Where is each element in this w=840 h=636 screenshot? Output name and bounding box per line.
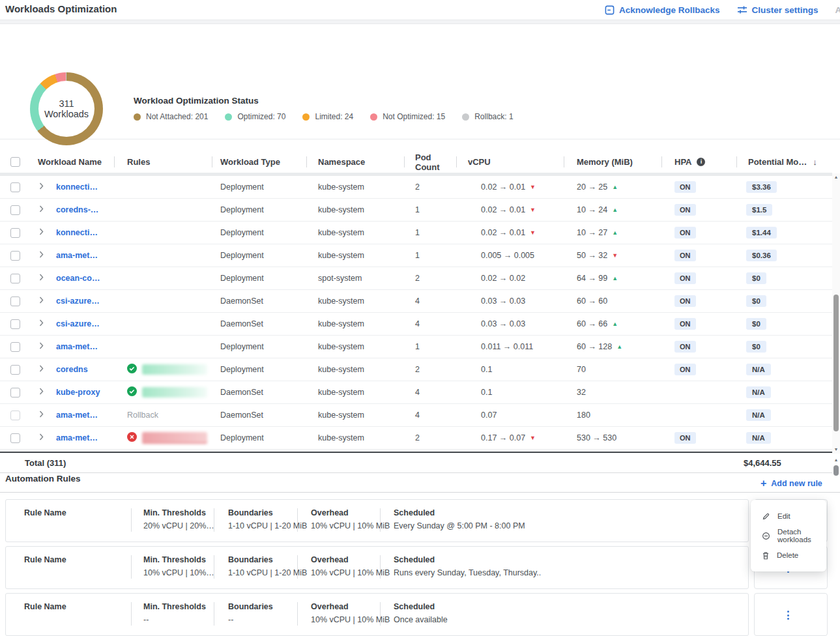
expand-chevron-icon[interactable] bbox=[39, 182, 44, 192]
legend-item: Not Attached: 201 bbox=[134, 112, 208, 121]
workload-name-link[interactable]: ama-met… bbox=[56, 433, 98, 442]
hpa-cell: ON bbox=[661, 427, 736, 449]
hpa-cell: ON bbox=[661, 267, 736, 289]
menu-item-label: Delete bbox=[777, 551, 798, 559]
kebab-menu-icon[interactable] bbox=[785, 608, 792, 622]
actions-button[interactable]: Action bbox=[835, 5, 840, 15]
potential-cell: $0 bbox=[736, 267, 832, 289]
cluster-settings-button[interactable]: Cluster settings bbox=[737, 5, 818, 15]
row-checkbox[interactable] bbox=[10, 433, 20, 443]
menu-item-edit[interactable]: Edit bbox=[751, 506, 826, 526]
rule-status bbox=[127, 432, 207, 444]
rule-field-value: Every Sunday @ 5:00 PM - 8:00 PM bbox=[394, 521, 525, 530]
row-checkbox[interactable] bbox=[10, 228, 20, 238]
legend-label: Rollback: 1 bbox=[474, 112, 513, 121]
expand-chevron-icon[interactable] bbox=[39, 251, 44, 260]
expand-chevron-icon[interactable] bbox=[39, 319, 44, 328]
column-header-rules[interactable]: Rules bbox=[114, 151, 212, 173]
memory-cell: 64 → 99▲ bbox=[564, 267, 661, 289]
select-all-checkbox[interactable] bbox=[10, 157, 20, 167]
column-header-memory[interactable]: Memory (MiB) bbox=[564, 151, 661, 173]
legend-dot bbox=[370, 113, 377, 121]
workload-name-link[interactable]: ama-met… bbox=[56, 251, 98, 260]
row-checkbox[interactable] bbox=[10, 365, 20, 375]
column-header-hpa[interactable]: HPA bbox=[661, 151, 736, 173]
column-header-potential[interactable]: Potential Mo… bbox=[736, 151, 832, 173]
rule-field-value: -- bbox=[143, 615, 206, 624]
namespace-cell: kube-system bbox=[306, 199, 404, 221]
column-header-workload-type[interactable]: Workload Type bbox=[212, 151, 306, 173]
expand-chevron-icon[interactable] bbox=[39, 433, 44, 442]
menu-item-delete[interactable]: Delete bbox=[751, 545, 826, 565]
hpa-badge: ON bbox=[674, 204, 696, 216]
column-header-pod-count[interactable]: Pod Count bbox=[404, 151, 456, 173]
row-checkbox[interactable] bbox=[10, 251, 20, 261]
row-checkbox[interactable] bbox=[10, 205, 20, 215]
hpa-cell: ON bbox=[661, 244, 736, 267]
table-scrollbar[interactable] bbox=[832, 173, 840, 454]
table-scrollbar-thumb[interactable] bbox=[833, 295, 839, 431]
add-new-rule-button[interactable]: Add new rule bbox=[760, 478, 822, 489]
namespace-cell: kube-system bbox=[306, 176, 404, 198]
row-checkbox[interactable] bbox=[10, 411, 20, 420]
rule-success-icon bbox=[127, 386, 137, 398]
scroll-up-icon[interactable] bbox=[832, 173, 840, 181]
table-row: ama-met…Deploymentkube-system20.17 → 0.0… bbox=[0, 427, 832, 450]
trend-up-icon: ▲ bbox=[612, 275, 618, 282]
table-row: konnecti…Deploymentkube-system20.02 → 0.… bbox=[0, 176, 832, 199]
workload-name-link[interactable]: ama-met… bbox=[56, 411, 98, 420]
potential-badge: $0.36 bbox=[746, 250, 777, 261]
row-checkbox[interactable] bbox=[10, 342, 20, 352]
scroll-down-icon[interactable] bbox=[832, 446, 840, 454]
rule-field-label: Overhead bbox=[311, 555, 390, 564]
total-label: Total (311) bbox=[25, 458, 66, 468]
potential-badge: N/A bbox=[746, 409, 771, 421]
row-checkbox[interactable] bbox=[10, 296, 20, 306]
potential-badge: $1.5 bbox=[746, 204, 772, 216]
potential-cell: $0.36 bbox=[736, 244, 832, 267]
expand-chevron-icon[interactable] bbox=[39, 342, 44, 351]
expand-chevron-icon[interactable] bbox=[39, 274, 44, 283]
rules-scrollbar-thumb[interactable] bbox=[833, 465, 839, 476]
row-checkbox[interactable] bbox=[10, 274, 20, 283]
expand-chevron-icon[interactable] bbox=[39, 228, 44, 237]
workload-name-link[interactable]: coredns bbox=[56, 365, 88, 374]
rule-field-label: Boundaries bbox=[228, 508, 307, 517]
workload-name-link[interactable]: ama-met… bbox=[56, 342, 98, 351]
rules-scroll-up-icon[interactable] bbox=[832, 456, 840, 464]
workload-name-link[interactable]: kube-proxy bbox=[56, 388, 100, 397]
rule-field-value: 10% vCPU | 10% MiB bbox=[311, 521, 390, 530]
workload-name-link[interactable]: ocean-co… bbox=[56, 274, 100, 283]
hpa-badge: ON bbox=[674, 364, 696, 375]
legend-label: Limited: 24 bbox=[315, 112, 353, 121]
row-checkbox[interactable] bbox=[10, 182, 20, 192]
pod-count-cell: 4 bbox=[404, 381, 456, 403]
expand-chevron-icon[interactable] bbox=[39, 365, 44, 374]
workload-name-link[interactable]: coredns-… bbox=[56, 205, 98, 214]
acknowledge-icon bbox=[605, 5, 615, 15]
workload-name-link[interactable]: csi-azure… bbox=[56, 296, 100, 306]
column-header-namespace[interactable]: Namespace bbox=[306, 151, 404, 173]
menu-item-detach-workloads[interactable]: Detach workloads bbox=[751, 526, 826, 545]
workload-type-cell: Deployment bbox=[212, 222, 306, 244]
expand-chevron-icon[interactable] bbox=[39, 296, 44, 306]
workload-name-link[interactable]: konnecti… bbox=[56, 228, 98, 237]
vcpu-cell: 0.02 → 0.01▼ bbox=[456, 222, 564, 244]
row-checkbox[interactable] bbox=[10, 388, 20, 398]
hpa-info-icon[interactable] bbox=[697, 158, 705, 166]
expand-chevron-icon[interactable] bbox=[39, 205, 44, 214]
rule-field-label: Overhead bbox=[311, 508, 390, 517]
column-header-workload-name[interactable]: Workload Name bbox=[30, 151, 114, 173]
trend-down-icon: ▼ bbox=[530, 435, 536, 441]
workload-type-cell: DaemonSet bbox=[212, 313, 306, 335]
expand-chevron-icon[interactable] bbox=[39, 388, 44, 397]
status-legend: Not Attached: 201Optimized: 70Limited: 2… bbox=[134, 112, 514, 121]
rule-field-label: Scheduled bbox=[394, 602, 448, 611]
column-header-vcpu[interactable]: vCPU bbox=[456, 151, 564, 173]
row-checkbox[interactable] bbox=[10, 319, 20, 329]
expand-chevron-icon[interactable] bbox=[39, 411, 44, 420]
acknowledge-rollbacks-button[interactable]: Acknowledge Rollbacks bbox=[605, 5, 720, 15]
workload-name-link[interactable]: csi-azure… bbox=[56, 319, 100, 328]
workload-name-link[interactable]: konnecti… bbox=[56, 182, 98, 192]
trend-up-icon: ▲ bbox=[612, 229, 618, 236]
